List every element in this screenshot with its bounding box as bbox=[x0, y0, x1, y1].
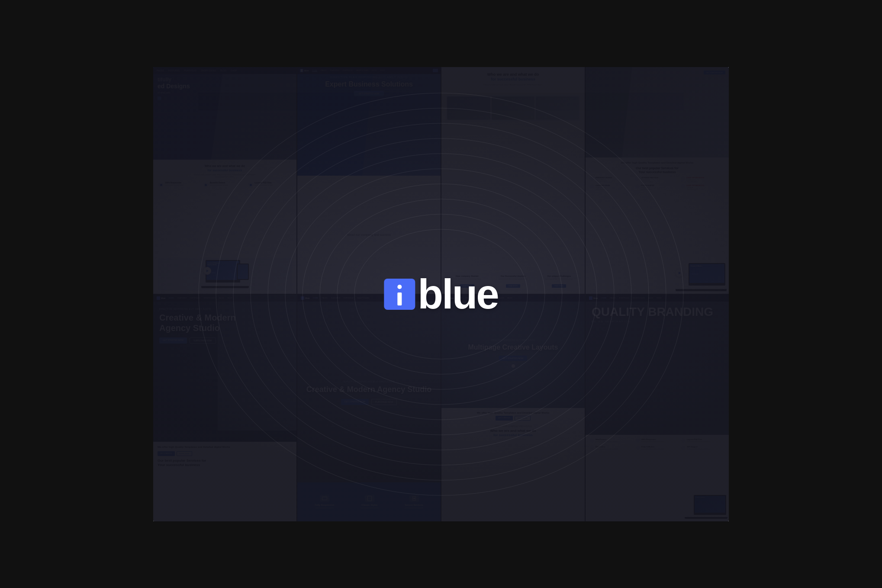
main-container: blue PAGES FEATURES PORTFOLIO SHORTCODES… bbox=[153, 67, 729, 521]
cell7-title: Multipage Creative Layouts bbox=[468, 343, 558, 352]
cell7-small-label: DIRECTIVE ADIPISCING ELIT AMET JUSTO bbox=[491, 339, 535, 341]
cell8-nav: blue HOME PAGES PORTFOLIO SHORTCODES BLO… bbox=[586, 295, 729, 302]
cell7-btn2[interactable]: VIEW MORE bbox=[515, 416, 531, 421]
cell6-buttons: GET STARTED NOW PURCHASE NOW bbox=[341, 399, 397, 405]
cell6-content: DIRECTIVE ADIPISCING ELIT AMET JUSTO Cre… bbox=[297, 303, 441, 482]
cell2-about: about our company and success bbox=[347, 233, 391, 236]
cell4-photo-top: GET STARTED NOW bbox=[586, 67, 729, 162]
list-item: Layered PSD FilesLorem ipsum dolor sit a… bbox=[681, 438, 724, 443]
outer-frame: blue PAGES FEATURES PORTFOLIO SHORTCODES… bbox=[0, 0, 882, 588]
cell5-bottom-btn2[interactable]: BOOK NOW bbox=[177, 451, 192, 456]
cell4-play-btn[interactable] bbox=[676, 269, 683, 277]
cell4-services-grid: BRANDING DESIGNBusiness DiscoverLorem ip… bbox=[590, 177, 724, 190]
cell2-nav: blue HOME PAGES FEATURES PORTFOLIO SHORT… bbox=[297, 67, 441, 74]
cell5-bottom-title: We offer high Quality Templates and Deta… bbox=[158, 445, 292, 449]
cell3-photos bbox=[446, 95, 580, 121]
cell5-buttons: GET STARTED NOW SUBSCRIBE NOW bbox=[159, 337, 236, 344]
cell5-primary-btn[interactable]: GET STARTED NOW bbox=[159, 337, 187, 344]
list-item: 100% ResponsiveLorem ipsum dolor sit ame… bbox=[636, 438, 679, 443]
cell7-white-section: We offer high Quality Templates and Deta… bbox=[441, 408, 585, 521]
list-item: Fully Responsive Lorem ipsum dolor sit a… bbox=[315, 495, 334, 509]
cell-top-services: GET STARTED NOW We offer high Quality Te… bbox=[586, 67, 729, 294]
cell1-heading: tifully ed Designs sit amet justo bbox=[158, 77, 190, 100]
cell8-mockup: Creative & Modern bbox=[683, 495, 726, 519]
cell-bottom-agency2: blue HOME PAGES FEATURES PORTFOLIO SHORT… bbox=[297, 295, 441, 521]
cell6-small-label: DIRECTIVE ADIPISCING ELIT AMET JUSTO bbox=[343, 380, 395, 383]
logo-text: blue bbox=[418, 273, 498, 315]
cell5-bottom-btn1[interactable]: GET STARTED bbox=[158, 451, 175, 456]
cell7-btn1[interactable]: GET STARTED bbox=[496, 416, 513, 421]
cell1-mockup: Creative & ModernAgency Studio GET START… bbox=[158, 258, 292, 290]
logo-i-stem bbox=[397, 292, 402, 305]
cell1-who-title: Who we are and what we dofor successful … bbox=[158, 164, 291, 173]
cell3-heading: Who we are and what we dofor successful … bbox=[441, 72, 585, 86]
cell4-top-btn[interactable]: GET STARTED NOW bbox=[704, 71, 725, 74]
cell6-btn1[interactable]: GET STARTED NOW bbox=[341, 399, 369, 405]
cell5-bottom-btns: GET STARTED BOOK NOW bbox=[158, 451, 292, 456]
list-item: WhatThemesLorem ipsum dolor sit amet con… bbox=[590, 438, 633, 443]
cell6-btn2[interactable]: PURCHASE NOW bbox=[371, 399, 397, 405]
list-item: 24/7 SupportLorem ipsum dolor sit amet c… bbox=[681, 446, 724, 450]
cell1-white-section: Who we are and what we dofor successful … bbox=[153, 160, 296, 293]
cell8-quality-sub: BE AN INSPIRATION bbox=[592, 320, 724, 323]
list-item: ShortcodesLorem ipsum dolor sit amet con… bbox=[590, 446, 633, 450]
list-item: Secure Services Lorem ipsum dolor sit am… bbox=[405, 495, 423, 509]
cell5-hero-content: DIRECTIVE ADIPISCING ELIT AMET JUSTO Cre… bbox=[159, 308, 236, 344]
cell5-secondary-btn[interactable]: SUBSCRIBE NOW bbox=[190, 337, 216, 344]
cell8-quality-title: QUALITY BRANDING bbox=[592, 305, 724, 319]
cell7-white-btns: GET STARTED VIEW MORE bbox=[446, 416, 580, 421]
cell-bottom-quality: blue HOME PAGES PORTFOLIO SHORTCODES BLO… bbox=[586, 295, 729, 521]
cell6-strip: Fully Responsive Lorem ipsum dolor sit a… bbox=[297, 482, 441, 521]
cell5-small-text: DIRECTIVE ADIPISCING ELIT AMET JUSTO bbox=[159, 308, 236, 310]
cell4-services-panel: We offer high Quality Templates and Deta… bbox=[586, 157, 729, 293]
cell-bottom-agency1: blue HOME FEATURES PORTFOLIO SHORTCODES … bbox=[153, 295, 296, 521]
cell-top-left: PAGES FEATURES PORTFOLIO SHORTCODES BLOG… bbox=[153, 67, 296, 294]
cell2-hero: DIRECTIVE FLEX ADIPISCING ELIT AMET JUST… bbox=[297, 67, 441, 180]
cell5-title: Creative & ModernAgency Studio bbox=[159, 312, 236, 333]
list-item: Classic Styles Lorem ipsum dolor sit ame… bbox=[361, 495, 379, 509]
cell7-hero-btn[interactable]: GET STARTED NOW bbox=[499, 356, 527, 361]
cell-top-team: Who we are and what we dofor successful … bbox=[441, 67, 585, 294]
cell2-hero-content: DIRECTIVE FLEX ADIPISCING ELIT AMET JUST… bbox=[297, 76, 441, 96]
logo-i-box bbox=[384, 279, 415, 310]
cell1-features: 100% ResponsiveLorem ipsum dolor sit ame… bbox=[158, 182, 291, 187]
cell5-nav: blue HOME FEATURES PORTFOLIO SHORTCODES … bbox=[153, 295, 296, 302]
list-item: Clean & ModernLorem ipsum dolor sit amet… bbox=[636, 446, 679, 450]
cell6-title: Creative & Modern Agency Studio bbox=[306, 385, 431, 395]
cell-bottom-multipage: blue HOME FEATURES PORTFOLIO SHORTCODES … bbox=[441, 295, 585, 521]
cell4-mockup: Creative & Modern GET STARTED bbox=[676, 263, 725, 291]
cell-top-business: blue HOME PAGES FEATURES PORTFOLIO SHORT… bbox=[297, 67, 441, 294]
cell5-white-bottom: We offer high Quality Templates and Deta… bbox=[153, 442, 296, 521]
brand-logo: blue bbox=[384, 273, 498, 315]
cell1-person bbox=[210, 67, 296, 164]
logo-i-dot bbox=[397, 285, 402, 289]
cell8-bottom-cards: WhatThemesLorem ipsum dolor sit amet con… bbox=[586, 435, 729, 521]
cell2-btn[interactable]: GET STARTED NOW bbox=[354, 91, 383, 96]
cell1-nav: PAGES FEATURES PORTFOLIO SHORTCODES BLOG… bbox=[153, 67, 296, 74]
table-row: Our unique Challenges Lorem ipsum dolor … bbox=[537, 273, 581, 290]
cell8-quality-content: QUALITY BRANDING BE AN INSPIRATION bbox=[592, 305, 724, 323]
cell1-hero: PAGES FEATURES PORTFOLIO SHORTCODES BLOG… bbox=[153, 67, 296, 164]
cell2-hero-title: Expert Business Solutions bbox=[297, 80, 441, 88]
